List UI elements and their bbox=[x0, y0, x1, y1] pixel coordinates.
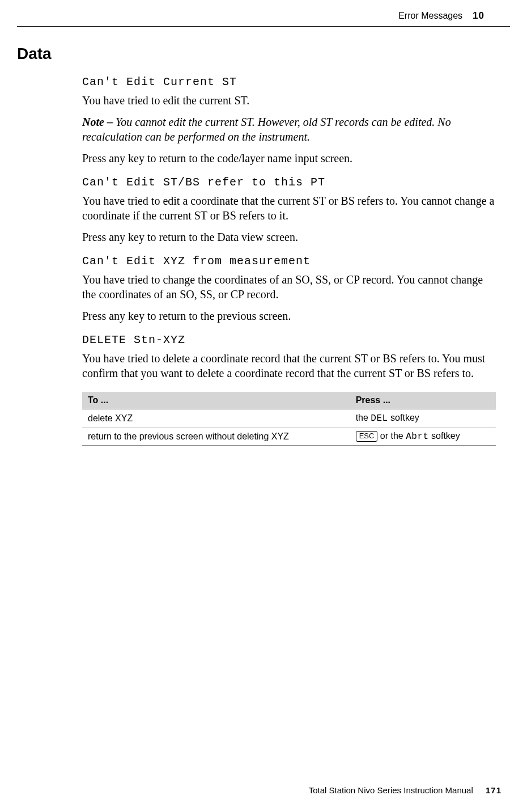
note-body: You cannot edit the current ST. However,… bbox=[82, 116, 451, 143]
error-heading: Can't Edit Current ST bbox=[82, 75, 496, 88]
softkey-label: DEL bbox=[371, 413, 388, 424]
press-text: the bbox=[356, 413, 371, 422]
error-action: Press any key to return to the previous … bbox=[82, 308, 496, 323]
error-description: You have tried to edit the current ST. bbox=[82, 93, 496, 108]
table-header-row: To ... Press ... bbox=[82, 392, 496, 409]
section-body: Can't Edit Current ST You have tried to … bbox=[82, 75, 496, 446]
press-text: softkey bbox=[429, 431, 460, 441]
error-heading: Can't Edit ST/BS refer to this PT bbox=[82, 176, 496, 189]
action-table: To ... Press ... delete XYZ the DEL soft… bbox=[82, 392, 496, 446]
error-action: Press any key to return to the Data view… bbox=[82, 230, 496, 244]
header-section-title: Error Messages bbox=[398, 11, 462, 21]
error-note: Note – You cannot edit the current ST. H… bbox=[82, 115, 496, 144]
table-cell-action: delete XYZ bbox=[82, 409, 350, 428]
error-action: Press any key to return to the code/laye… bbox=[82, 151, 496, 166]
error-description: You have tried to delete a coordinate re… bbox=[82, 351, 496, 380]
footer-page-number: 171 bbox=[486, 785, 502, 795]
table-cell-press: the DEL softkey bbox=[350, 409, 496, 428]
table-header-to: To ... bbox=[82, 392, 350, 409]
error-description: You have tried to change the coordinates… bbox=[82, 272, 496, 302]
header-chapter-number: 10 bbox=[473, 10, 484, 22]
softkey-label: Abrt bbox=[406, 432, 428, 442]
esc-key-icon: ESC bbox=[356, 431, 378, 442]
table-row: delete XYZ the DEL softkey bbox=[82, 409, 496, 428]
footer-manual-title: Total Station Nivo Series Instruction Ma… bbox=[309, 785, 473, 795]
page-content: Data Can't Edit Current ST You have trie… bbox=[0, 27, 527, 446]
page-footer: Total Station Nivo Series Instruction Ma… bbox=[309, 785, 502, 795]
error-description: You have tried to edit a coordinate that… bbox=[82, 193, 496, 223]
table-cell-action: return to the previous screen without de… bbox=[82, 428, 350, 446]
note-label: Note – bbox=[82, 116, 116, 128]
error-heading: Can't Edit XYZ from measurement bbox=[82, 255, 496, 268]
page-header: Error Messages 10 bbox=[17, 0, 510, 27]
section-heading: Data bbox=[17, 45, 496, 63]
table-cell-press: ESC or the Abrt softkey bbox=[350, 428, 496, 446]
press-text: softkey bbox=[388, 413, 419, 422]
table-row: return to the previous screen without de… bbox=[82, 428, 496, 446]
table-header-press: Press ... bbox=[350, 392, 496, 409]
error-heading: DELETE Stn-XYZ bbox=[82, 333, 496, 346]
press-text: or the bbox=[377, 431, 406, 441]
